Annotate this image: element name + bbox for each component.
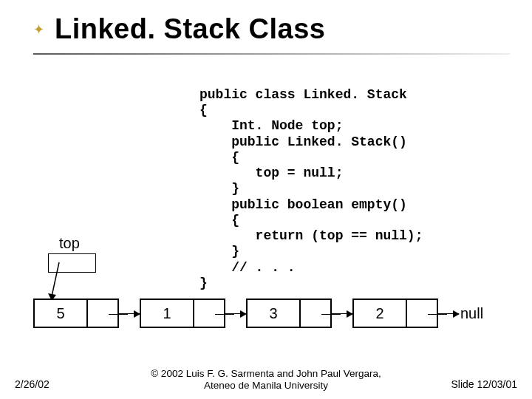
node-pointer-cell [407, 300, 437, 327]
title-underline [33, 53, 510, 55]
list-node: 5 [33, 299, 119, 328]
node-value: 3 [248, 300, 301, 327]
title-row: ✦ Linked. Stack Class [33, 13, 510, 45]
list-node: 3 [246, 299, 332, 328]
svg-line-0 [52, 262, 59, 296]
node-value: 2 [354, 300, 407, 327]
null-label: null [460, 305, 483, 322]
list-node: 1 [140, 299, 225, 328]
node-pointer-cell [301, 300, 330, 327]
node-pointer-cell [194, 300, 224, 327]
slide-title: Linked. Stack Class [55, 13, 325, 45]
slide: ✦ Linked. Stack Class public class Linke… [0, 0, 532, 399]
node-pointer-cell [88, 300, 117, 327]
linked-list-diagram: 5132null [33, 299, 483, 328]
footer-line2: Ateneo de Manila University [204, 380, 328, 391]
footer-line1: © 2002 Luis F. G. Sarmenta and John Paul… [151, 368, 381, 379]
list-node: 2 [352, 299, 438, 328]
arrow-icon [225, 313, 246, 314]
arrow-icon [119, 313, 140, 314]
bullet-icon: ✦ [33, 21, 44, 38]
footer-slide-number: Slide 12/03/01 [451, 378, 517, 390]
code-block: public class Linked. Stack { Int. Node t… [200, 87, 423, 291]
top-pointer-label: top [59, 235, 80, 252]
node-value: 5 [35, 300, 88, 327]
node-value: 1 [141, 300, 194, 327]
top-pointer-arrow-icon [50, 262, 72, 303]
arrow-icon [332, 313, 352, 314]
arrow-icon [438, 313, 459, 314]
